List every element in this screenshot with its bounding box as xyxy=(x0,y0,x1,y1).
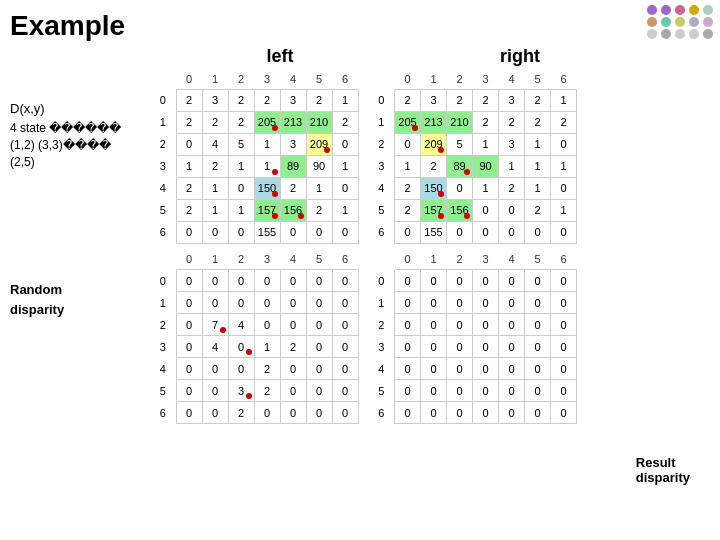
left-table: 0123456023223211222205213210220451320903… xyxy=(150,69,359,244)
dot-6 xyxy=(647,17,657,27)
dot-13 xyxy=(675,29,685,39)
dot-9 xyxy=(689,17,699,27)
top-tables-row: D(x,y) 4 state ������ (1,2) (3,3)���� (2… xyxy=(10,69,710,244)
dot-5 xyxy=(703,5,713,15)
dot-1 xyxy=(647,5,657,15)
section-labels: left right xyxy=(165,46,710,67)
bottom-left-table: 0123456000000001000000020740000304012004… xyxy=(150,250,359,425)
state-label: 4 state ������ xyxy=(10,120,150,137)
right-label: right xyxy=(405,46,635,67)
bottom-right-table: 0123456000000001000000020000000300000004… xyxy=(369,250,578,425)
tables-area: 0123456023223211222205213210220451320903… xyxy=(150,69,577,244)
bottom-left-panel: Randomdisparity xyxy=(10,250,150,322)
dot-7 xyxy=(661,17,671,27)
dot-15 xyxy=(703,29,713,39)
decorative-dots xyxy=(647,5,715,39)
right-table: 0123456023223211205213210222220209513103… xyxy=(369,69,578,244)
dot-8 xyxy=(675,17,685,27)
result-disparity-label: Resultdisparity xyxy=(636,455,690,485)
main-container: Example left right D(x,y) 4 state ������… xyxy=(0,0,720,540)
dot-3 xyxy=(675,5,685,15)
state-values: (1,2) (3,3)���� xyxy=(10,137,150,154)
dot-10 xyxy=(703,17,713,27)
dot-4 xyxy=(689,5,699,15)
dot-2 xyxy=(661,5,671,15)
left-panel-text: D(x,y) 4 state ������ (1,2) (3,3)���� (2… xyxy=(10,69,150,171)
left-label: left xyxy=(165,46,395,67)
dot-12 xyxy=(661,29,671,39)
dot-14 xyxy=(689,29,699,39)
state-val2: (2,5) xyxy=(10,153,150,171)
d-xy-label: D(x,y) xyxy=(10,99,150,120)
bottom-tables-row: Randomdisparity 012345600000000100000002… xyxy=(10,250,710,425)
random-disparity-label: Randomdisparity xyxy=(10,280,150,322)
page-title: Example xyxy=(10,10,710,42)
bottom-tables-area: 0123456000000001000000020740000304012004… xyxy=(150,250,577,425)
dot-11 xyxy=(647,29,657,39)
